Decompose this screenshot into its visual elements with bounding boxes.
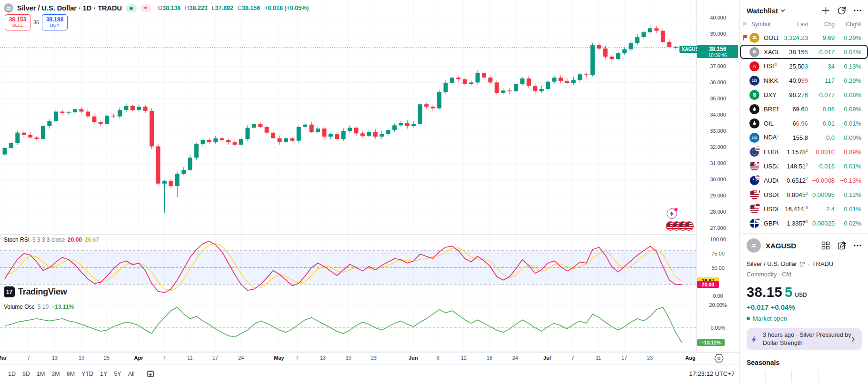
range-button-1m[interactable]: 1M: [33, 369, 48, 379]
watchlist-title-dropdown[interactable]: Watchlist: [747, 7, 785, 15]
row-last: 66.96: [778, 120, 808, 127]
row-chgp: 0.02%: [835, 220, 861, 227]
external-link-icon[interactable]: [799, 261, 805, 267]
watchlist-row-usdji[interactable]: USDJI148.5120.0160.01%: [740, 159, 868, 173]
time-tick: 18: [487, 355, 492, 361]
row-last: 0.80452: [778, 191, 808, 198]
performance-pie-icon[interactable]: [837, 6, 847, 15]
watchlist-row-gold[interactable]: GOLD3,324.239.690.29%: [740, 30, 868, 45]
time-tick: Mar: [0, 355, 7, 361]
go-to-date-icon[interactable]: [146, 370, 155, 378]
time-tick: 11: [187, 355, 192, 361]
range-button-5y[interactable]: 5Y: [110, 369, 124, 379]
silver-symbol-icon: [747, 238, 761, 253]
price-tick: 32.000: [697, 144, 739, 150]
news-headline-pill[interactable]: 3 hours ago · Silver Pressured by Dollar…: [747, 328, 862, 350]
current-price-badge: 38.156 10:36:46: [697, 45, 738, 58]
ca-flag-badge-icon: [755, 189, 760, 194]
notification-dot: [674, 208, 678, 211]
row-symbol: XAGU: [762, 49, 778, 56]
range-button-3m[interactable]: 3M: [48, 369, 63, 379]
watchlist-row-bren[interactable]: BREN69.600.060.09%: [740, 102, 868, 116]
stoch-rsi-name[interactable]: Stoch RSI: [4, 236, 30, 243]
detail-meta: Commodity · Cfd: [747, 271, 861, 278]
watchlist-row-dxy[interactable]: $DXY98.2760.0770.08%: [740, 88, 868, 102]
range-button-ytd[interactable]: YTD: [78, 369, 97, 379]
range-button-1y[interactable]: 1Y: [97, 369, 110, 379]
watchlist-row-usdii[interactable]: USDII16,414.92.40.01%: [740, 202, 868, 216]
row-symbol: USDJI: [762, 163, 778, 170]
bottom-toolbar: 1D5D1M3M6MYTD1Y5YAll 17:23:12 UTC+7: [0, 364, 739, 383]
symbol-title[interactable]: Silver / U.S. Dollar · 1D · TRADU: [17, 4, 122, 12]
watchlist-row-oil[interactable]: OIL66.960.010.01%: [740, 116, 868, 130]
sell-button[interactable]: 38.153 SELL: [5, 14, 30, 30]
session-breaks-icon[interactable]: [714, 354, 724, 363]
row-symbol: GOLD: [762, 34, 778, 41]
detail-change: +0.017 +0.04%: [747, 303, 861, 311]
watchlist-more-icon[interactable]: [854, 10, 861, 11]
seasonals-heading[interactable]: Seasonals: [747, 359, 861, 366]
price-tick: 35.000: [697, 96, 739, 101]
row-last: 3,324.23: [778, 34, 808, 41]
row-chgp: 0.08%: [835, 91, 861, 98]
row-flag[interactable]: [743, 35, 749, 40]
chart-plot[interactable]: [0, 0, 696, 352]
price-tick: 29.000: [697, 193, 739, 198]
watchlist-row-nikke[interactable]: 225NIKKE40,9391170.29%: [740, 73, 868, 88]
economic-events-icons[interactable]: [666, 221, 694, 231]
row-last: 98.276: [778, 91, 808, 98]
row-chgp: 0.13%: [835, 63, 861, 70]
time-tick: 19: [346, 355, 351, 361]
watchlist-row-xagu[interactable]: XAGU38.1550.0170.04%: [740, 45, 868, 59]
time-tick: 6: [437, 355, 439, 361]
gbpu-icon: [749, 218, 759, 228]
detail-exchange: TRADU: [812, 260, 834, 267]
watchlist-rows: GOLD3,324.239.690.29%XAGU38.1550.0170.04…: [740, 30, 868, 234]
approx-data-pill[interactable]: ≈: [140, 4, 151, 12]
row-chg: 0.017: [808, 49, 835, 56]
edit-note-icon[interactable]: [838, 241, 846, 250]
market-status-pill[interactable]: [126, 4, 137, 12]
row-chgp: 0.01%: [835, 120, 861, 127]
watchlist-row-audu[interactable]: AUDU0.65122−0.0008−0.13%: [740, 173, 868, 187]
clock[interactable]: 17:23:12 UTC+7: [689, 370, 735, 377]
market-status[interactable]: Market open: [747, 315, 861, 322]
detail-more-icon[interactable]: [854, 245, 861, 246]
range-button-6m[interactable]: 6M: [63, 369, 78, 379]
range-button-1d[interactable]: 1D: [5, 369, 19, 379]
row-symbol: USDII: [762, 206, 778, 213]
time-axis[interactable]: Mar7131925Apr7111724May7131923Jun6121824…: [0, 352, 739, 364]
add-symbol-button[interactable]: [822, 7, 830, 15]
row-chg: 0.00025: [808, 220, 835, 227]
watchlist-row-euru[interactable]: EURU1.15782−0.0010−0.09%: [740, 145, 868, 159]
time-tick: Jul: [543, 355, 551, 361]
range-button-all[interactable]: All: [125, 369, 138, 379]
volume-osc-name[interactable]: Volume Osc: [4, 304, 35, 310]
stoch-tick: 75.00: [697, 251, 739, 256]
watchlist-row-usdc[interactable]: USDC0.804520.000950.12%: [740, 187, 868, 202]
row-last: 69.60: [778, 106, 808, 113]
buy-button[interactable]: 38.188 BUY: [42, 14, 68, 30]
watchlist-row-hsi[interactable]: ∩HSID25,503340.13%: [740, 59, 868, 73]
price-tick: 27.000: [697, 225, 739, 231]
audu-icon: [749, 176, 759, 186]
watchlist-row-nda[interactable]: 100NDAD155.80.00.00%: [740, 130, 868, 145]
price-tick: 37.000: [697, 63, 739, 69]
row-chg: −0.0010: [808, 148, 835, 156]
news-event-icon[interactable]: [667, 208, 677, 219]
time-tick: 17: [212, 355, 218, 361]
us-flag-badge-icon: [755, 146, 760, 151]
seasonals-preview: [740, 371, 868, 383]
us-event-flag-icon[interactable]: [684, 221, 694, 231]
current-price: 38.156: [697, 46, 738, 53]
row-chg: 0.077: [808, 91, 835, 98]
row-chgp: −0.09%: [835, 148, 861, 156]
tradingview-logo-icon: 17: [4, 286, 15, 297]
stoch-tick: 0.00: [697, 293, 739, 299]
layout-grid-icon[interactable]: [821, 241, 830, 250]
watchlist-columns: Symbol Last Chg Chg%: [740, 21, 868, 30]
watchlist-row-gbpu[interactable]: GBPU1.335730.000250.02%: [740, 216, 868, 230]
detail-name: Silver / U.S. Dollar: [747, 260, 797, 267]
time-tick: 7: [163, 355, 166, 361]
range-button-5d[interactable]: 5D: [19, 369, 33, 379]
